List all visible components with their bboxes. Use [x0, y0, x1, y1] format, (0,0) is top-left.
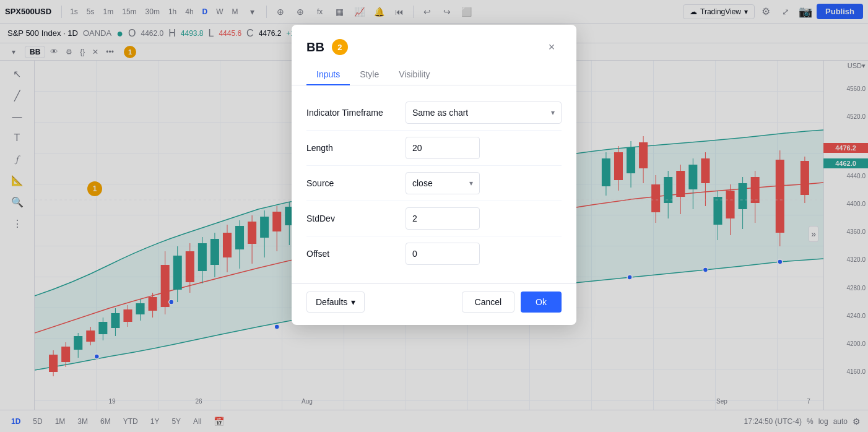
source-value: close: [412, 178, 433, 188]
close-icon: ×: [549, 41, 555, 54]
cancel-button[interactable]: Cancel: [462, 292, 515, 313]
tab-visibility[interactable]: Visibility: [389, 64, 440, 85]
modal-close-button[interactable]: ×: [542, 37, 562, 57]
offset-label: Offset: [306, 249, 406, 259]
length-row: Length: [306, 131, 562, 166]
stddev-row: StdDev: [306, 201, 562, 236]
timeframe-value: Same as chart: [412, 108, 468, 118]
modal-overlay: BB 2 × Inputs Style Visibility Indicator…: [0, 0, 868, 432]
length-input[interactable]: [406, 137, 480, 159]
tab-style[interactable]: Style: [350, 64, 389, 85]
source-row: Source close ▾: [306, 166, 562, 201]
timeframe-label: Indicator Timeframe: [306, 108, 406, 118]
ok-button[interactable]: Ok: [521, 292, 562, 313]
source-dropdown-icon: ▾: [469, 179, 473, 188]
defaults-button[interactable]: Defaults ▾: [306, 292, 365, 313]
offset-row: Offset: [306, 236, 562, 271]
bb-settings-modal: BB 2 × Inputs Style Visibility Indicator…: [292, 25, 576, 325]
tab-inputs[interactable]: Inputs: [306, 64, 350, 85]
offset-input[interactable]: [406, 243, 480, 265]
source-label: Source: [306, 178, 406, 188]
timeframe-dropdown-icon: ▾: [551, 108, 555, 117]
modal-footer: Defaults ▾ Cancel Ok: [292, 283, 576, 325]
modal-header: BB 2 ×: [292, 25, 576, 57]
defaults-dropdown-icon: ▾: [351, 297, 355, 307]
length-label: Length: [306, 143, 406, 153]
source-select[interactable]: close ▾: [406, 172, 480, 194]
stddev-label: StdDev: [306, 214, 406, 223]
modal-tabs: Inputs Style Visibility: [292, 64, 576, 85]
timeframe-select[interactable]: Same as chart ▾: [406, 102, 562, 124]
modal-title: BB: [306, 40, 324, 54]
defaults-label: Defaults: [316, 297, 347, 307]
timeframe-row: Indicator Timeframe Same as chart ▾: [306, 95, 562, 131]
modal-body: Indicator Timeframe Same as chart ▾ Leng…: [292, 85, 576, 283]
footer-actions: Cancel Ok: [462, 292, 562, 313]
stddev-input[interactable]: [406, 207, 480, 230]
step2-badge: 2: [332, 39, 348, 55]
